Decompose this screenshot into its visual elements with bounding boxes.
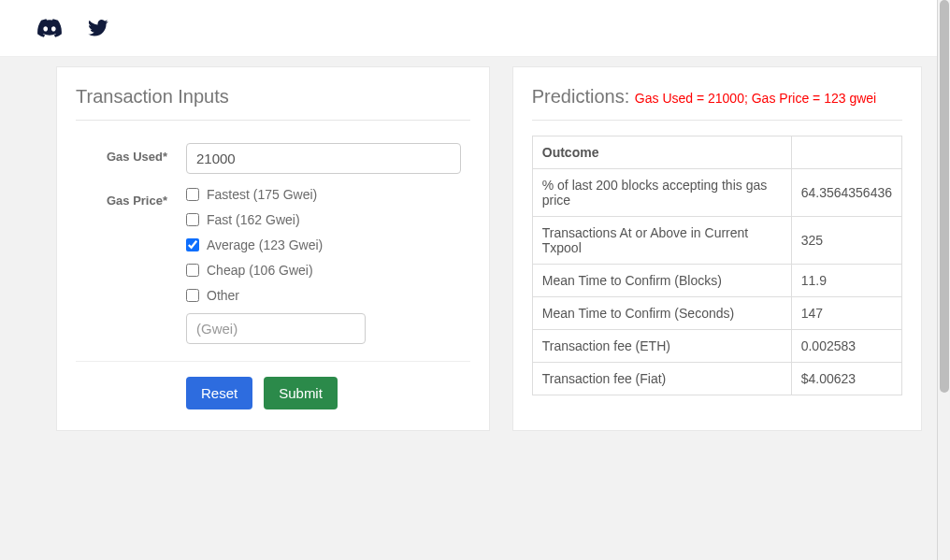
table-row: Mean Time to Confirm (Blocks) 11.9 bbox=[532, 265, 901, 297]
option-label: Other bbox=[207, 288, 239, 303]
predictions-panel: Predictions: Gas Used = 21000; Gas Price… bbox=[512, 66, 922, 431]
row-label: Transaction fee (Fiat) bbox=[532, 363, 791, 395]
topbar bbox=[0, 0, 950, 57]
row-value: 0.002583 bbox=[791, 330, 901, 363]
predictions-title-text: Predictions: bbox=[532, 86, 630, 107]
option-average[interactable]: Average (123 Gwei) bbox=[186, 237, 461, 252]
option-other[interactable]: Other bbox=[186, 288, 461, 303]
option-cheap[interactable]: Cheap (106 Gwei) bbox=[186, 263, 461, 278]
predictions-subtitle: Gas Used = 21000; Gas Price = 123 gwei bbox=[635, 91, 876, 106]
table-header-row: Outcome bbox=[532, 136, 901, 169]
discord-icon[interactable] bbox=[37, 19, 62, 37]
gas-used-row: Gas Used* bbox=[76, 143, 470, 174]
row-label: Transactions At or Above in Current Txpo… bbox=[532, 217, 791, 265]
submit-button[interactable]: Submit bbox=[264, 377, 338, 409]
gas-price-label: Gas Price* bbox=[76, 187, 186, 344]
row-value: 11.9 bbox=[791, 265, 901, 297]
checkbox-fast[interactable] bbox=[186, 213, 199, 226]
header-value bbox=[791, 136, 901, 169]
checkbox-average[interactable] bbox=[186, 238, 199, 251]
button-row: Reset Submit bbox=[186, 377, 470, 409]
row-label: Transaction fee (ETH) bbox=[532, 330, 791, 363]
other-gwei-wrapper bbox=[186, 313, 366, 344]
other-gwei-input[interactable] bbox=[186, 313, 366, 344]
predictions-table: Outcome % of last 200 blocks accepting t… bbox=[532, 136, 902, 395]
header-outcome: Outcome bbox=[532, 136, 791, 169]
twitter-icon[interactable] bbox=[88, 19, 108, 37]
content: Transaction Inputs Gas Used* Gas Price* … bbox=[0, 57, 950, 431]
checkbox-fastest[interactable] bbox=[186, 188, 199, 201]
panel-title: Transaction Inputs bbox=[76, 86, 470, 121]
option-label: Average (123 Gwei) bbox=[207, 237, 323, 252]
table-row: Transaction fee (Fiat) $4.00623 bbox=[532, 363, 901, 395]
row-label: % of last 200 blocks accepting this gas … bbox=[532, 169, 791, 217]
social-icons bbox=[37, 19, 108, 37]
gas-used-label: Gas Used* bbox=[76, 143, 186, 174]
gas-price-row: Gas Price* Fastest (175 Gwei) Fast (162 … bbox=[76, 187, 470, 344]
row-label: Mean Time to Confirm (Seconds) bbox=[532, 297, 791, 330]
transaction-inputs-panel: Transaction Inputs Gas Used* Gas Price* … bbox=[56, 66, 490, 431]
option-fast[interactable]: Fast (162 Gwei) bbox=[186, 212, 461, 227]
table-row: % of last 200 blocks accepting this gas … bbox=[532, 169, 901, 217]
scrollbar-thumb[interactable] bbox=[940, 0, 949, 393]
row-value: 325 bbox=[791, 217, 901, 265]
gas-used-input[interactable] bbox=[186, 143, 461, 174]
option-label: Fast (162 Gwei) bbox=[207, 212, 300, 227]
form-area: Gas Used* Gas Price* Fastest (175 Gwei) … bbox=[76, 121, 470, 409]
option-label: Cheap (106 Gwei) bbox=[207, 263, 313, 278]
checkbox-cheap[interactable] bbox=[186, 264, 199, 277]
table-row: Transaction fee (ETH) 0.002583 bbox=[532, 330, 901, 363]
row-value: $4.00623 bbox=[791, 363, 901, 395]
table-row: Mean Time to Confirm (Seconds) 147 bbox=[532, 297, 901, 330]
reset-button[interactable]: Reset bbox=[186, 377, 252, 409]
table-row: Transactions At or Above in Current Txpo… bbox=[532, 217, 901, 265]
scrollbar[interactable] bbox=[937, 0, 950, 560]
option-fastest[interactable]: Fastest (175 Gwei) bbox=[186, 187, 461, 202]
row-value: 64.3564356436 bbox=[791, 169, 901, 217]
predictions-title: Predictions: Gas Used = 21000; Gas Price… bbox=[532, 86, 902, 121]
row-value: 147 bbox=[791, 297, 901, 330]
checkbox-other[interactable] bbox=[186, 289, 199, 302]
option-label: Fastest (175 Gwei) bbox=[207, 187, 317, 202]
divider bbox=[76, 361, 470, 362]
row-label: Mean Time to Confirm (Blocks) bbox=[532, 265, 791, 297]
